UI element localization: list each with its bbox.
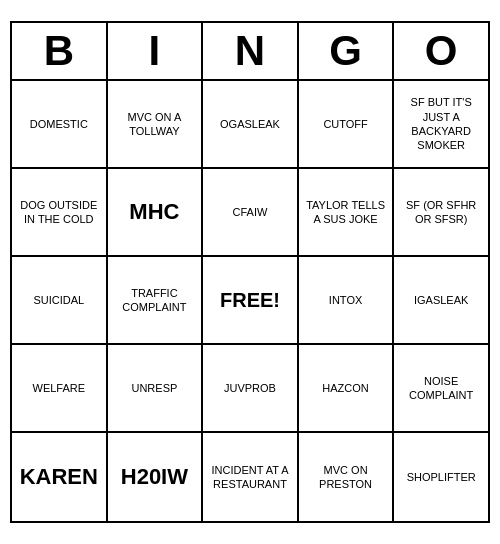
- bingo-cell-2-3: INTOX: [299, 257, 395, 345]
- bingo-cell-2-2: Free!: [203, 257, 299, 345]
- bingo-grid: DOMESTICMVC ON A TOLLWAYOGASLEAKCUTOFFSF…: [12, 81, 488, 521]
- header-letter-b: B: [12, 23, 108, 81]
- bingo-card: BINGO DOMESTICMVC ON A TOLLWAYOGASLEAKCU…: [10, 21, 490, 523]
- bingo-cell-3-0: WELFARE: [12, 345, 108, 433]
- header-letter-g: G: [299, 23, 395, 81]
- bingo-cell-0-3: CUTOFF: [299, 81, 395, 169]
- bingo-cell-4-3: MVC ON PRESTON: [299, 433, 395, 521]
- bingo-cell-2-0: SUICIDAL: [12, 257, 108, 345]
- bingo-cell-0-4: SF BUT IT'S JUST A BACKYARD SMOKER: [394, 81, 488, 169]
- bingo-cell-4-4: SHOPLIFTER: [394, 433, 488, 521]
- bingo-cell-2-1: TRAFFIC COMPLAINT: [108, 257, 204, 345]
- header-letter-i: I: [108, 23, 204, 81]
- bingo-cell-0-2: OGASLEAK: [203, 81, 299, 169]
- bingo-cell-3-1: UNRESP: [108, 345, 204, 433]
- header-letter-n: N: [203, 23, 299, 81]
- bingo-cell-1-0: DOG OUTSIDE IN THE COLD: [12, 169, 108, 257]
- bingo-cell-4-0: KAREN: [12, 433, 108, 521]
- bingo-cell-3-3: HAZCON: [299, 345, 395, 433]
- bingo-cell-0-0: DOMESTIC: [12, 81, 108, 169]
- bingo-cell-1-4: SF (OR SFHR OR SFSR): [394, 169, 488, 257]
- bingo-cell-2-4: IGASLEAK: [394, 257, 488, 345]
- bingo-cell-1-3: TAYLOR TELLS A SUS JOKE: [299, 169, 395, 257]
- header-letter-o: O: [394, 23, 488, 81]
- bingo-row-0: DOMESTICMVC ON A TOLLWAYOGASLEAKCUTOFFSF…: [12, 81, 488, 169]
- bingo-row-1: DOG OUTSIDE IN THE COLDMHCCFAIWTAYLOR TE…: [12, 169, 488, 257]
- bingo-cell-1-2: CFAIW: [203, 169, 299, 257]
- bingo-cell-3-2: JUVPROB: [203, 345, 299, 433]
- bingo-cell-1-1: MHC: [108, 169, 204, 257]
- bingo-cell-3-4: NOISE COMPLAINT: [394, 345, 488, 433]
- bingo-row-2: SUICIDALTRAFFIC COMPLAINTFree!INTOXIGASL…: [12, 257, 488, 345]
- bingo-row-3: WELFAREUNRESPJUVPROBHAZCONNOISE COMPLAIN…: [12, 345, 488, 433]
- bingo-cell-4-2: INCIDENT AT A RESTAURANT: [203, 433, 299, 521]
- bingo-cell-0-1: MVC ON A TOLLWAY: [108, 81, 204, 169]
- bingo-cell-4-1: H20IW: [108, 433, 204, 521]
- bingo-header: BINGO: [12, 23, 488, 81]
- bingo-row-4: KARENH20IWINCIDENT AT A RESTAURANTMVC ON…: [12, 433, 488, 521]
